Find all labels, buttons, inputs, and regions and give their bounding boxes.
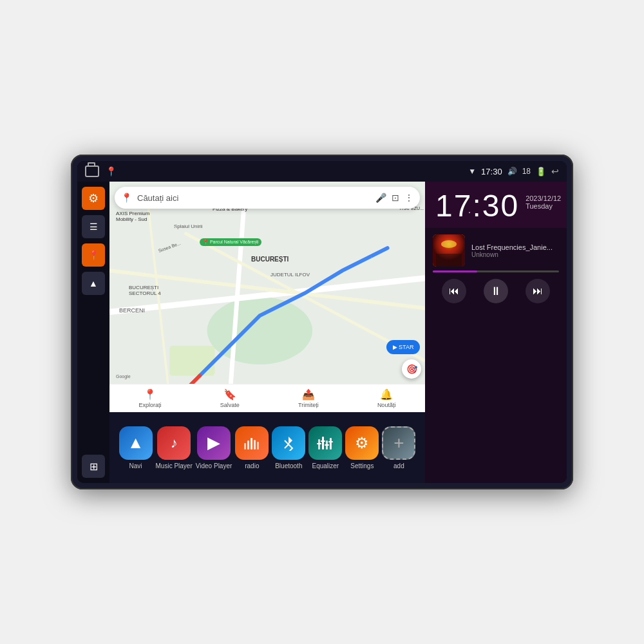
- sidebar: ⚙ ☰ 📍 ▲ ⊞: [77, 182, 109, 483]
- clock-section: 17:30 2023/12/12 Tuesday: [425, 182, 567, 228]
- sidebar-map-btn[interactable]: 📍: [82, 243, 105, 267]
- svg-rect-2: [169, 346, 214, 376]
- music-section: Lost Frequencies_Janie... Unknown ⏮ ⏸ ⏭: [425, 228, 567, 483]
- share-label: Trimiteți: [298, 402, 319, 408]
- settings-label: Settings: [350, 462, 374, 469]
- video-label: Video Player: [196, 462, 232, 469]
- main-content: ⚙ ☰ 📍 ▲ ⊞: [77, 182, 567, 483]
- app-radio[interactable]: radio: [235, 426, 269, 469]
- nav-start-btn[interactable]: ▶ STAR: [386, 340, 420, 354]
- music-controls: ⏮ ⏸ ⏭: [433, 276, 559, 306]
- bluetooth-label: Bluetooth: [275, 462, 302, 469]
- wifi-icon: ▼: [468, 167, 476, 176]
- sidebar-nav-btn[interactable]: ▲: [82, 272, 105, 295]
- search-text[interactable]: Căutați aici: [137, 193, 370, 203]
- svg-rect-10: [247, 440, 249, 450]
- app-equalizer[interactable]: Equalizer: [308, 426, 342, 469]
- svg-rect-19: [330, 438, 332, 450]
- saved-label: Salvate: [220, 402, 240, 408]
- svg-line-14: [285, 440, 289, 444]
- app-video[interactable]: ▶ Video Player: [196, 426, 232, 469]
- app-bluetooth[interactable]: Bluetooth: [272, 426, 305, 469]
- news-label: Noutăți: [377, 402, 396, 408]
- map-label-bucharest: BUCUREȘTI: [251, 256, 289, 263]
- equalizer-label: Equalizer: [312, 462, 339, 469]
- status-time: 17:30: [481, 167, 502, 176]
- sidebar-apps-btn[interactable]: ⊞: [82, 455, 105, 478]
- clock-time: 17:30: [435, 191, 519, 222]
- map-search-bar[interactable]: 📍 Căutați aici 🎤 ⊡ ⋮: [115, 187, 420, 209]
- map-status-icon[interactable]: 📍: [106, 166, 117, 176]
- map-news-btn[interactable]: 🔔 Noutăți: [377, 388, 396, 408]
- clock-date-value: 2023/12/12: [526, 194, 561, 202]
- map-label-ilfov: JUDETUL ILFOV: [270, 272, 310, 278]
- svg-point-26: [441, 240, 457, 248]
- map-section[interactable]: AXIS PremiumMobility - Sud Pizza & Baker…: [109, 182, 425, 412]
- music-text: Lost Frequencies_Janie... Unknown: [471, 243, 559, 258]
- map-label-axis: AXIS PremiumMobility - Sud: [116, 211, 149, 222]
- sidebar-settings-btn[interactable]: ⚙: [82, 187, 105, 210]
- app-settings[interactable]: ⚙ Settings: [345, 426, 379, 469]
- app-navi[interactable]: ▲ Navi: [119, 426, 153, 469]
- navi-label: Navi: [129, 462, 142, 469]
- svg-rect-11: [251, 438, 252, 450]
- volume-icon: 🔊: [507, 167, 517, 176]
- clock-date: 2023/12/12 Tuesday: [526, 191, 561, 210]
- music-label: Music Player: [156, 462, 193, 469]
- google-maps-icon: 📍: [121, 193, 132, 203]
- svg-rect-12: [254, 440, 256, 450]
- svg-rect-23: [328, 441, 333, 442]
- svg-rect-9: [244, 443, 246, 450]
- map-explore-btn[interactable]: 📍 Explorați: [139, 388, 162, 408]
- my-location-btn[interactable]: 🎯: [402, 359, 421, 379]
- music-icon: ♪: [157, 426, 191, 460]
- radio-label: radio: [245, 462, 259, 469]
- play-pause-btn[interactable]: ⏸: [484, 279, 508, 303]
- back-icon[interactable]: ↩: [551, 166, 559, 176]
- music-title: Lost Frequencies_Janie...: [471, 243, 559, 251]
- map-saved-btn[interactable]: 🔖 Salvate: [220, 388, 240, 408]
- radio-icon: [235, 426, 269, 460]
- bluetooth-icon: [272, 426, 305, 460]
- battery-value: 18: [522, 167, 531, 176]
- add-icon: +: [382, 426, 415, 460]
- settings-icon: ⚙: [345, 426, 379, 460]
- home-icon[interactable]: [85, 166, 99, 177]
- map-label-google: Google: [116, 374, 131, 379]
- prev-btn[interactable]: ⏮: [442, 279, 466, 303]
- center-area: AXIS PremiumMobility - Sud Pizza & Baker…: [109, 182, 425, 483]
- overflow-icon[interactable]: ⋮: [404, 193, 413, 203]
- layers-icon[interactable]: ⊡: [392, 193, 399, 203]
- svg-rect-27: [436, 254, 462, 267]
- battery-icon: 🔋: [536, 167, 546, 176]
- navi-icon: ▲: [119, 426, 153, 460]
- music-artist: Unknown: [471, 251, 559, 258]
- svg-rect-22: [325, 444, 329, 446]
- svg-rect-17: [322, 437, 324, 450]
- map-label-sectorul4: BUCUREȘTISECTORUL 4: [129, 285, 161, 296]
- add-label: add: [393, 462, 404, 469]
- music-info-row: Lost Frequencies_Janie... Unknown: [433, 234, 559, 267]
- svg-rect-21: [321, 440, 325, 442]
- progress-fill: [433, 270, 477, 272]
- svg-line-15: [285, 444, 289, 448]
- app-music[interactable]: ♪ Music Player: [156, 426, 193, 469]
- device-frame: 📍 ▼ 17:30 🔊 18 🔋 ↩ ⚙ ☰ 📍 ▲ ⊞: [71, 155, 573, 489]
- app-add[interactable]: + add: [382, 426, 415, 469]
- park-pin: 📍 Parcul Natural Văcărești: [200, 238, 261, 246]
- map-label-splaiul: Splaiul Unirii: [174, 223, 202, 229]
- right-panel: 17:30 2023/12/12 Tuesday: [425, 182, 567, 483]
- map-label-berceni: BERCENI: [119, 307, 145, 314]
- album-art: [433, 234, 465, 267]
- clock-row: 17:30 2023/12/12 Tuesday: [435, 191, 556, 222]
- svg-rect-13: [257, 442, 259, 450]
- next-btn[interactable]: ⏭: [526, 279, 550, 303]
- device-screen: 📍 ▼ 17:30 🔊 18 🔋 ↩ ⚙ ☰ 📍 ▲ ⊞: [77, 161, 567, 483]
- clock-day: Tuesday: [526, 202, 561, 210]
- progress-bar[interactable]: [433, 270, 559, 272]
- video-icon: ▶: [197, 426, 231, 460]
- sidebar-bottom: ⊞: [82, 455, 105, 478]
- sidebar-menu-btn[interactable]: ☰: [82, 215, 105, 238]
- mic-icon[interactable]: 🎤: [375, 193, 386, 203]
- map-share-btn[interactable]: 📤 Trimiteți: [298, 388, 319, 408]
